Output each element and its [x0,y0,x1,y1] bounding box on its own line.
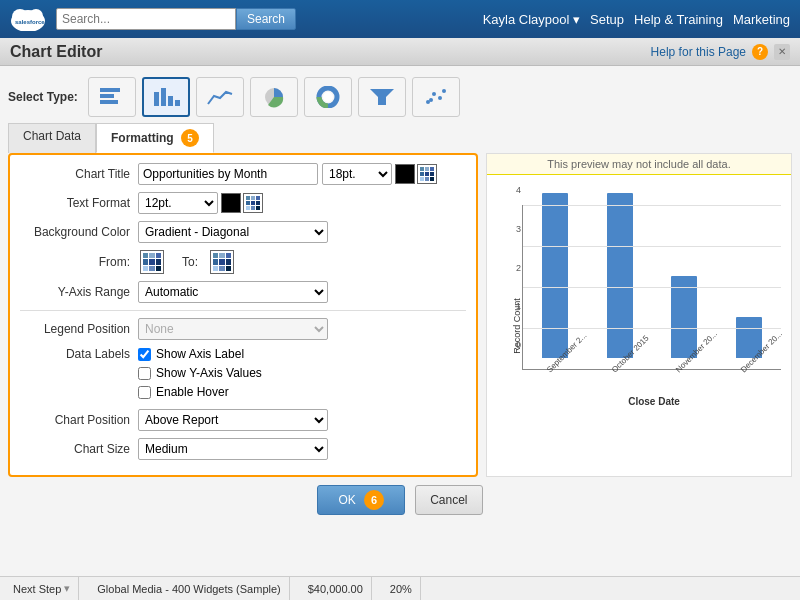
top-nav: salesforce Search Kayla Claypool Setup H… [0,0,800,38]
svg-point-18 [438,96,442,100]
tab-formatting-badge: 5 [181,129,199,147]
form-panel: Chart Title 18pt. Text Format 12pt. [8,153,478,477]
search-input[interactable] [56,8,236,30]
legend-position-select[interactable]: None [138,318,328,340]
show-axis-label-row: Show Axis Label [138,347,262,361]
from-to-row: From: To: [20,250,466,274]
line-chart-btn[interactable] [196,77,244,117]
to-color-grid[interactable] [210,250,234,274]
y-tick-4: 4 [516,185,521,195]
data-labels-row: Data Labels Show Axis Label Show Y-Axis … [20,347,466,402]
horizontal-bar-chart-btn[interactable] [88,77,136,117]
chart-title-input[interactable] [138,163,318,185]
enable-hover-label-text: Enable Hover [156,385,229,399]
close-button[interactable]: ✕ [774,44,790,60]
amount-text: $40,000.00 [308,583,363,595]
chart-position-select[interactable]: Above Report [138,409,328,431]
bg-color-row: Background Color Gradient - Diagonal [20,221,466,243]
chart-size-label: Chart Size [20,442,130,456]
bar-oct [607,193,633,358]
next-step-cell: Next Step ▾ [5,577,79,600]
enable-hover-checkbox[interactable] [138,386,151,399]
y-axis-range-label: Y-Axis Range [20,285,130,299]
chart-position-row: Chart Position Above Report [20,409,466,431]
tab-formatting[interactable]: Formatting 5 [96,123,214,153]
svg-point-17 [432,92,436,96]
chart-area: Record Count 0 1 2 3 4 [487,175,791,476]
amount-cell: $40,000.00 [300,577,372,600]
nav-user[interactable]: Kayla Claypool [483,12,580,27]
btn-row: OK 6 Cancel [8,477,792,523]
pie-chart-btn[interactable] [250,77,298,117]
svg-rect-6 [100,100,118,104]
bar-group-nov: November 20... [657,276,712,369]
ok-button[interactable]: OK 6 [317,485,405,515]
chart-title-size-select[interactable]: 18pt. [322,163,392,185]
bar-group-dec: December 20... [722,317,777,369]
text-color-swatch[interactable] [221,193,241,213]
bg-color-select[interactable]: Gradient - Diagonal [138,221,328,243]
select-type-label: Select Type: [8,90,78,104]
y-ticks: 0 1 2 3 4 [497,185,521,350]
legend-position-label: Legend Position [20,322,130,336]
svg-point-19 [442,89,446,93]
text-format-label: Text Format [20,196,130,210]
svg-point-14 [323,92,333,102]
scatter-chart-btn[interactable] [412,77,460,117]
y-tick-0: 0 [516,340,521,350]
svg-marker-15 [370,89,394,105]
salesforce-logo: salesforce [10,7,46,31]
svg-rect-10 [175,100,180,106]
chart-size-row: Chart Size Medium [20,438,466,460]
legend-position-row: Legend Position None [20,318,466,340]
show-y-axis-row: Show Y-Axis Values [138,366,262,380]
from-color-grid[interactable] [140,250,164,274]
cancel-button[interactable]: Cancel [415,485,482,515]
title-color-swatch[interactable] [395,164,415,184]
bg-color-label: Background Color [20,225,130,239]
nav-setup[interactable]: Setup [590,12,624,27]
y-tick-1: 1 [516,301,521,311]
text-color-grid-icon[interactable] [243,193,263,213]
svg-rect-5 [100,94,114,98]
svg-point-20 [429,98,433,102]
title-color-grid-icon[interactable] [417,164,437,184]
nav-help-training[interactable]: Help & Training [634,12,723,27]
content-area: Chart Title 18pt. Text Format 12pt. [8,153,792,477]
page-title: Chart Editor [10,43,102,61]
bar-chart-container: 0 1 2 3 4 [492,185,786,370]
y-axis-range-select[interactable]: Automatic [138,281,328,303]
bar-group-oct: October 2015 [593,193,648,369]
preview-notice: This preview may not include all data. [487,154,791,175]
svg-rect-8 [161,88,166,106]
record-name-text: Global Media - 400 Widgets (Sample) [97,583,280,595]
chart-title-row: Chart Title 18pt. [20,163,466,185]
y-tick-3: 3 [516,224,521,234]
tabs-row: Chart Data Formatting 5 [8,123,792,153]
help-icon: ? [752,44,768,60]
pct-cell: 20% [382,577,421,600]
enable-hover-row: Enable Hover [138,385,262,399]
funnel-chart-btn[interactable] [358,77,406,117]
text-format-row: Text Format 12pt. [20,192,466,214]
help-link[interactable]: Help for this Page [651,45,746,59]
donut-chart-btn[interactable] [304,77,352,117]
tab-chart-data[interactable]: Chart Data [8,123,96,153]
from-label: From: [20,255,130,269]
vertical-bar-chart-btn[interactable] [142,77,190,117]
separator-1 [20,310,466,311]
search-button[interactable]: Search [236,8,296,30]
second-bar: Chart Editor Help for this Page ? ✕ [0,38,800,66]
x-axis-label: Close Date [522,396,786,407]
next-step-text: Next Step [13,583,61,595]
text-format-size-select[interactable]: 12pt. [138,192,218,214]
show-y-axis-checkbox[interactable] [138,367,151,380]
svg-rect-9 [168,96,173,106]
show-axis-checkbox[interactable] [138,348,151,361]
svg-rect-7 [154,92,159,106]
chart-title-label: Chart Title [20,167,130,181]
main-area: Select Type: [0,66,800,528]
nav-marketing[interactable]: Marketing [733,12,790,27]
chart-size-select[interactable]: Medium [138,438,328,460]
bar-group-sep: September 2... [528,193,583,369]
